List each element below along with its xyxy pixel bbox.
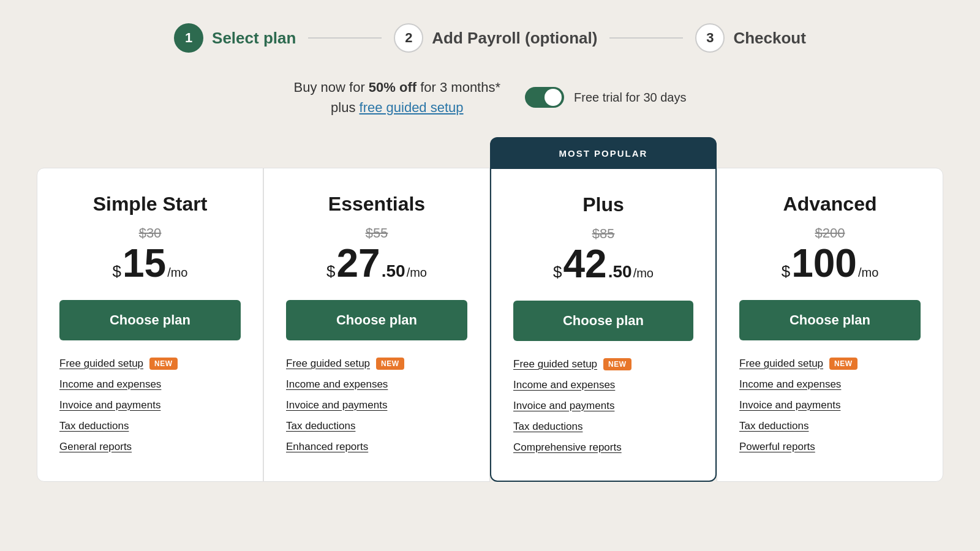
choose-plan-essentials[interactable]: Choose plan [286,300,467,340]
list-item: Free guided setup NEW [739,358,921,370]
feature-invoice-payments[interactable]: Invoice and payments [739,399,840,411]
feature-tax-deductions[interactable]: Tax deductions [59,420,129,432]
feature-comprehensive-reports[interactable]: Comprehensive reports [513,441,622,453]
step-divider-2 [609,37,683,39]
free-trial-toggle[interactable] [525,87,564,108]
list-item: Free guided setup NEW [513,358,693,370]
step-3: 3 Checkout [695,23,805,53]
choose-plan-simple-start[interactable]: Choose plan [59,300,241,340]
feature-income-expenses[interactable]: Income and expenses [513,379,615,391]
list-item: Income and expenses [59,378,241,391]
price-dollar: $ [113,262,121,281]
feature-list-simple-start: Free guided setup NEW Income and expense… [59,358,241,453]
step-2-circle: 2 [394,23,423,53]
feature-tax-deductions[interactable]: Tax deductions [739,420,809,432]
list-item: Invoice and payments [286,399,467,411]
step-3-circle: 3 [695,23,725,53]
plan-simple-start-price: $ 15 /mo [59,244,241,283]
list-item: Income and expenses [739,378,921,391]
step-1: 1 Select plan [174,23,296,53]
plan-simple-start-name: Simple Start [59,193,241,216]
feature-invoice-payments[interactable]: Invoice and payments [513,400,614,411]
price-decimal: .50 [382,261,405,281]
list-item: General reports [59,441,241,453]
feature-list-plus: Free guided setup NEW Income and expense… [513,358,693,454]
plan-essentials: Essentials $55 $ 27 .50 /mo Choose plan … [263,168,490,482]
list-item: Tax deductions [286,420,467,432]
choose-plan-plus[interactable]: Choose plan [513,301,693,341]
plan-plus-orig-price: $85 [513,226,693,242]
feature-invoice-payments[interactable]: Invoice and payments [59,399,160,411]
plan-plus-name: Plus [513,193,693,216]
price-dollar: $ [326,262,335,281]
plan-plus: MOST POPULAR Plus $85 $ 42 .50 /mo Choos… [490,168,717,482]
step-1-circle: 1 [174,23,203,53]
list-item: Tax deductions [739,420,921,432]
plan-simple-start-orig-price: $30 [59,225,241,241]
feature-free-guided-setup[interactable]: Free guided setup [59,358,143,370]
step-2-label: Add Payroll (optional) [432,29,597,48]
feature-list-advanced: Free guided setup NEW Income and expense… [739,358,921,453]
price-mo: /mo [633,266,654,280]
step-1-label: Select plan [212,29,296,48]
plan-essentials-price: $ 27 .50 /mo [286,244,467,283]
feature-income-expenses[interactable]: Income and expenses [59,378,161,390]
list-item: Income and expenses [513,379,693,391]
list-item: Comprehensive reports [513,441,693,454]
feature-free-guided-setup[interactable]: Free guided setup [286,358,370,370]
feature-invoice-payments[interactable]: Invoice and payments [286,399,387,411]
plans-outer: Simple Start $30 $ 15 /mo Choose plan Fr… [0,136,980,482]
list-item: Tax deductions [59,420,241,432]
feature-tax-deductions[interactable]: Tax deductions [513,421,582,432]
price-main: 15 [123,244,166,283]
plan-advanced: Advanced $200 $ 100 /mo Choose plan Free… [717,168,943,482]
list-item: Free guided setup NEW [59,358,241,370]
list-item: Invoice and payments [513,400,693,412]
feature-enhanced-reports[interactable]: Enhanced reports [286,441,368,452]
plans-wrapper: Simple Start $30 $ 15 /mo Choose plan Fr… [24,168,956,482]
plan-advanced-name: Advanced [739,193,921,216]
new-badge: NEW [149,358,178,370]
list-item: Powerful reports [739,441,921,453]
list-item: Invoice and payments [739,399,921,411]
list-item: Tax deductions [513,421,693,433]
feature-general-reports[interactable]: General reports [59,441,132,452]
list-item: Free guided setup NEW [286,358,467,370]
plan-advanced-orig-price: $200 [739,225,921,241]
price-mo: /mo [858,266,878,280]
feature-powerful-reports[interactable]: Powerful reports [739,441,815,452]
list-item: Enhanced reports [286,441,467,453]
step-2: 2 Add Payroll (optional) [394,23,597,53]
price-mo: /mo [407,266,427,280]
list-item: Invoice and payments [59,399,241,411]
step-3-label: Checkout [733,29,805,48]
new-badge: NEW [829,358,858,370]
stepper: 1 Select plan 2 Add Payroll (optional) 3… [0,0,980,71]
feature-income-expenses[interactable]: Income and expenses [739,378,841,390]
price-mo: /mo [167,266,187,280]
choose-plan-advanced[interactable]: Choose plan [739,300,921,340]
toggle-label: Free trial for 30 days [574,91,686,105]
popular-badge-text: MOST POPULAR [559,148,648,159]
toggle-knob [545,89,562,106]
plan-essentials-name: Essentials [286,193,467,216]
feature-tax-deductions[interactable]: Tax deductions [286,420,355,432]
plan-plus-price: $ 42 .50 /mo [513,244,693,283]
popular-badge: MOST POPULAR [490,137,717,169]
list-item: Income and expenses [286,378,467,391]
price-main: 27 [337,244,380,283]
feature-income-expenses[interactable]: Income and expenses [286,378,388,390]
price-dollar: $ [782,262,790,281]
feature-free-guided-setup[interactable]: Free guided setup [739,358,823,370]
plan-simple-start: Simple Start $30 $ 15 /mo Choose plan Fr… [37,168,263,482]
toggle-section: Free trial for 30 days [525,87,686,108]
free-guided-setup-link[interactable]: free guided setup [360,100,464,115]
promo-bar: Buy now for 50% off for 3 months* plus f… [0,77,980,118]
feature-free-guided-setup[interactable]: Free guided setup [513,358,597,370]
plan-advanced-price: $ 100 /mo [739,244,921,283]
price-main: 42 [564,244,607,283]
price-decimal: .50 [608,262,632,282]
promo-text: Buy now for 50% off for 3 months* plus f… [294,77,500,118]
plan-essentials-orig-price: $55 [286,225,467,241]
price-dollar: $ [553,263,562,282]
